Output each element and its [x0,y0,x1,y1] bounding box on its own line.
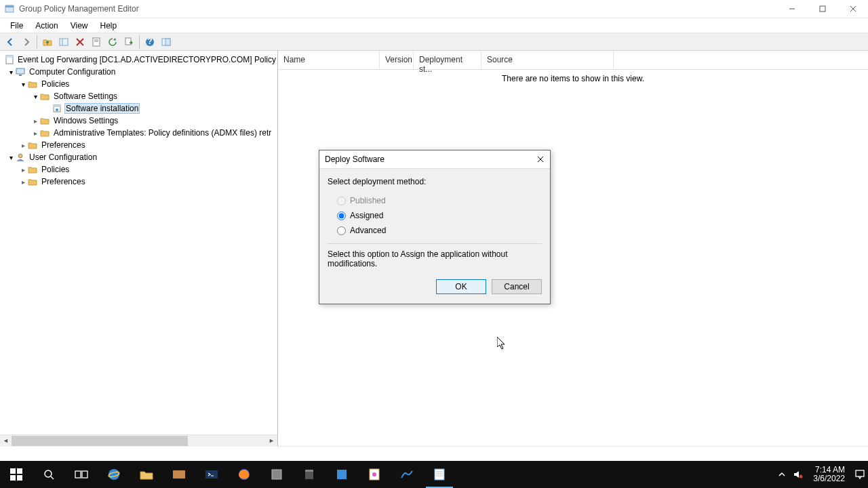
menu-file[interactable]: File [4,20,29,32]
minimize-button[interactable] [776,0,807,18]
taskbar-app-note[interactable] [358,461,391,488]
export-button[interactable] [121,35,136,49]
tree-root[interactable]: Event Log Forwarding [DC1.AD.ACTIVEDIREC… [0,54,277,66]
taskbar-powershell[interactable] [195,461,228,488]
expand-icon[interactable]: ▸ [19,142,27,149]
radio-assigned[interactable]: Assigned [328,208,542,223]
installer-icon [52,103,62,114]
start-button[interactable] [0,461,33,488]
expand-icon[interactable]: ▾ [19,81,27,88]
svg-rect-21 [19,75,22,76]
scroll-track[interactable] [12,435,266,447]
taskbar-server-manager[interactable] [293,461,326,488]
tree-software-settings[interactable]: ▾ Software Settings [0,90,277,102]
task-view-button[interactable] [65,461,98,488]
dialog-body: Select deployment method: Published Assi… [319,169,550,272]
horizontal-scrollbar[interactable]: ◄ ► [0,434,277,446]
dialog-title: Deploy Software [325,155,531,164]
dialog-close-button[interactable] [531,152,550,167]
tray-clock[interactable]: 7:14 AM 3/6/2022 [809,466,849,483]
taskbar-firefox[interactable] [228,461,260,488]
properties-button[interactable] [89,35,104,49]
col-source[interactable]: Source [481,51,614,69]
taskbar-wireshark[interactable] [391,461,423,488]
menu-view[interactable]: View [64,20,94,32]
show-hide-tree-button[interactable] [56,35,71,49]
scroll-thumb[interactable] [12,436,188,446]
app-icon [4,3,15,14]
svg-rect-44 [337,470,347,479]
tree-user-policies[interactable]: ▸ Policies [0,163,277,176]
maximize-button[interactable] [807,0,837,18]
col-name[interactable]: Name [278,51,380,69]
tree-policies[interactable]: ▾ Policies [0,78,277,90]
radio-assigned-input[interactable] [337,211,346,220]
taskbar-explorer[interactable] [130,461,163,488]
taskbar-ie[interactable] [98,461,130,488]
close-button[interactable] [837,0,868,18]
folder-icon [39,127,50,138]
cancel-button[interactable]: Cancel [492,279,542,294]
help-button[interactable]: ? [142,35,157,49]
svg-rect-34 [75,471,81,478]
window-controls [776,0,868,18]
taskbar-app-brown[interactable] [163,461,195,488]
forward-button[interactable] [19,35,34,49]
expand-icon[interactable]: ▸ [19,178,27,186]
expand-icon[interactable]: ▸ [31,129,39,137]
radio-published: Published [328,193,542,208]
radio-published-label: Published [350,196,386,205]
taskbar-notepad[interactable] [423,461,456,488]
back-button[interactable] [3,35,18,49]
expand-icon[interactable]: ▸ [31,117,39,125]
taskbar[interactable]: 7:14 AM 3/6/2022 [0,461,868,488]
menu-help[interactable]: Help [94,20,123,32]
system-tray[interactable]: 7:14 AM 3/6/2022 [776,466,868,483]
taskbar-app-gray[interactable] [260,461,293,488]
scroll-left-button[interactable]: ◄ [0,435,12,447]
radio-advanced[interactable]: Advanced [328,223,542,238]
tray-volume-icon[interactable] [793,469,804,480]
dialog-titlebar[interactable]: Deploy Software [319,150,550,169]
computer-icon [15,66,26,77]
tree-windows-settings[interactable]: ▸ Windows Settings [0,115,277,127]
search-button[interactable] [33,461,65,488]
toolbar-separator [37,35,37,49]
radio-advanced-input[interactable] [337,226,346,235]
svg-point-25 [18,154,22,158]
tree-view[interactable]: Event Log Forwarding [DC1.AD.ACTIVEDIREC… [0,51,277,434]
expand-icon[interactable]: ▾ [31,93,39,100]
svg-rect-20 [16,68,24,74]
folder-icon [27,140,38,150]
tree-panel: Event Log Forwarding [DC1.AD.ACTIVEDIREC… [0,51,278,446]
up-button[interactable] [40,35,55,49]
options-button[interactable] [159,35,174,49]
tree-label: Software installation [64,103,140,114]
refresh-button[interactable] [105,35,120,49]
tray-chevron-up-icon[interactable] [776,469,787,480]
tray-notifications-icon[interactable] [854,469,865,480]
svg-rect-3 [820,6,825,12]
tree-preferences[interactable]: ▸ Preferences [0,139,277,151]
expand-icon[interactable]: ▾ [7,68,15,76]
menu-action[interactable]: Action [29,20,64,32]
tree-user-preferences[interactable]: ▸ Preferences [0,176,277,188]
tree-computer-config[interactable]: ▾ Computer Configuration [0,66,277,78]
expand-icon[interactable]: ▾ [7,154,15,161]
tree-user-config[interactable]: ▾ User Configuration [0,151,277,163]
col-version[interactable]: Version [380,51,414,69]
col-deployment[interactable]: Deployment st... [414,51,481,69]
tree-software-installation[interactable]: Software installation [0,102,277,115]
folder-icon [27,176,38,187]
dialog-buttons: OK Cancel [319,272,550,304]
ok-button[interactable]: OK [436,279,486,294]
svg-rect-47 [435,469,444,480]
toolbar: ? [0,33,868,51]
scroll-right-button[interactable]: ► [266,435,277,447]
delete-button[interactable] [73,35,87,49]
expand-icon[interactable]: ▸ [19,166,27,174]
taskbar-app-blue[interactable] [326,461,358,488]
svg-rect-13 [125,38,131,45]
tree-admin-templates[interactable]: ▸ Administrative Templates: Policy defin… [0,127,277,139]
svg-rect-41 [272,470,281,479]
